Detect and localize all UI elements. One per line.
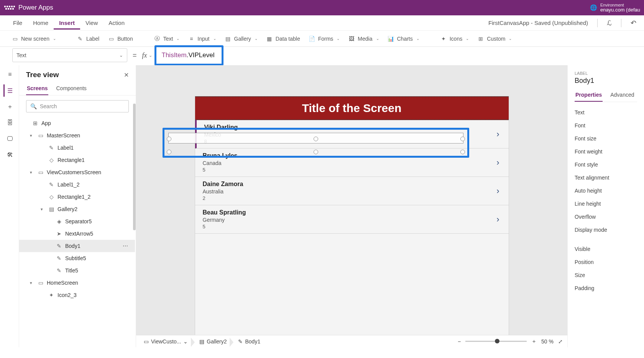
tree-tab-components[interactable]: Components (55, 82, 87, 95)
scroll-thumb[interactable] (133, 104, 136, 230)
props-type: LABEL (575, 71, 588, 76)
ribbon-icons[interactable]: ✦Icons⌄ (438, 34, 471, 43)
crumb-viewcusto[interactable]: ▭ViewCusto... ⌄ (141, 337, 191, 346)
label-icon: ✎ (48, 181, 55, 188)
screen-title[interactable]: Title of the Screen (195, 96, 509, 120)
menu-insert[interactable]: Insert (54, 16, 80, 30)
prop-display-mode[interactable]: Display mode (575, 223, 637, 236)
crumb-body1[interactable]: ✎Body1 (235, 337, 263, 346)
rail-hamburger-icon[interactable]: ≡ (3, 68, 16, 81)
prop-size[interactable]: Size (575, 269, 637, 282)
props-tab-properties[interactable]: Properties (575, 89, 603, 102)
app-icon: ⊞ (32, 120, 39, 126)
tree-node-subtitle5[interactable]: ✎Subtitle5 (19, 252, 135, 264)
prop-position[interactable]: Position (575, 256, 637, 269)
ribbon-custom[interactable]: ⊞Custom⌄ (475, 34, 514, 43)
next-arrow-icon[interactable]: › (496, 214, 499, 224)
selection-highlight (163, 128, 469, 158)
ribbon-gallery[interactable]: ▤Gallery⌄ (222, 34, 260, 43)
more-icon[interactable]: ⋯ (123, 243, 128, 249)
prop-visible[interactable]: Visible (575, 243, 637, 256)
expand-icon[interactable]: ⤢ (558, 338, 563, 345)
equals-sign: = (133, 51, 137, 59)
app-checker-icon[interactable]: ℒ (607, 19, 612, 27)
rail-media-icon[interactable]: 🖵 (3, 133, 16, 145)
prop-auto-height[interactable]: Auto height (575, 184, 637, 197)
tree-node-gallery2[interactable]: ▾▤Gallery2 (19, 203, 135, 215)
formula-input[interactable]: ThisItem.VIPLevel (156, 47, 222, 64)
chevron-down-icon[interactable]: ⌄ (149, 53, 152, 58)
ribbon-input[interactable]: ≡Input⌄ (186, 34, 218, 43)
prop-text-alignment[interactable]: Text alignment (575, 171, 637, 184)
tree-node-rectangle1[interactable]: ◇Rectangle1 (19, 154, 135, 166)
zoom-out-button[interactable]: − (458, 338, 461, 345)
zoom-slider[interactable] (465, 341, 527, 342)
ribbon-button[interactable]: ▭Button (105, 34, 135, 43)
gallery-row[interactable]: Beau SpratlingGermany5› (195, 205, 509, 234)
menu-view[interactable]: View (80, 16, 103, 30)
tree-node-separator5[interactable]: ◈Separator5 (19, 215, 135, 228)
prop-text[interactable]: Text (575, 106, 637, 119)
rail-tools-icon[interactable]: 🛠 (3, 149, 16, 161)
environment-icon[interactable]: 🌐 (590, 4, 597, 11)
tree-node-nextarrow5[interactable]: ➤NextArrow5 (19, 228, 135, 240)
chevron-down-icon: ⌄ (183, 338, 188, 345)
ribbon-forms[interactable]: 📄Forms⌄ (306, 34, 342, 43)
ribbon-charts[interactable]: 📊Charts⌄ (385, 34, 422, 43)
tree-node-body1[interactable]: ✎Body1⋯ (19, 240, 135, 252)
gallery-row[interactable]: Daine ZamoraAustralia2› (195, 177, 509, 205)
rail-add-icon[interactable]: ＋ (3, 101, 16, 113)
prop-font-size[interactable]: Font size (575, 132, 637, 145)
prop-font-weight[interactable]: Font weight (575, 145, 637, 158)
undo-icon[interactable]: ↶ (631, 19, 636, 27)
ribbon-data-table[interactable]: ▦Data table (264, 34, 302, 43)
ribbon-media[interactable]: 🖼Media⌄ (346, 34, 381, 43)
menu-file[interactable]: File (8, 16, 28, 30)
menu-home[interactable]: Home (28, 16, 54, 30)
close-icon[interactable]: ✕ (124, 71, 129, 79)
prop-font[interactable]: Font (575, 119, 637, 132)
prop-padding[interactable]: Padding (575, 282, 637, 295)
chevron-down-icon: ⌄ (376, 36, 379, 41)
search-input[interactable]: 🔍 Search (26, 100, 129, 112)
zoom-in-button[interactable]: ＋ (531, 338, 537, 345)
tree-tab-screens[interactable]: Screens (26, 82, 48, 95)
next-arrow-icon[interactable]: › (496, 186, 499, 196)
next-arrow-icon[interactable]: › (496, 129, 499, 139)
tree-node-app[interactable]: ⊞App (19, 117, 135, 129)
button-icon: ▭ (108, 36, 115, 42)
app-launcher-icon[interactable] (4, 2, 15, 13)
gallery-icon: ▤ (48, 206, 55, 212)
tree-node-label1_2[interactable]: ✎Label1_2 (19, 178, 135, 191)
tree-node-rectangle1_2[interactable]: ◇Rectangle1_2 (19, 191, 135, 203)
ribbon-text[interactable]: ⒶText⌄ (151, 34, 182, 43)
ribbon-label[interactable]: ✎Label (74, 34, 102, 43)
tree-panel: Tree view ✕ ScreensComponents 🔍 Search ⊞… (19, 65, 136, 347)
prop-overflow[interactable]: Overflow (575, 210, 637, 223)
prop-line-height[interactable]: Line height (575, 197, 637, 210)
tree-node-homescreen[interactable]: ▾▭HomeScreen (19, 277, 135, 289)
rail-data-icon[interactable]: 🗄 (3, 117, 16, 129)
prop-font-style[interactable]: Font style (575, 158, 637, 171)
label-icon: ✎ (48, 145, 55, 151)
tree-node-viewcustomersscreen[interactable]: ▾▭ViewCustomersScreen (19, 166, 135, 178)
env-label: Environment (600, 3, 640, 7)
crumb-icon: ✎ (238, 338, 243, 345)
menu-action[interactable]: Action (103, 16, 130, 30)
property-selector[interactable]: Text ⌄ (12, 48, 127, 62)
tree-node-title5[interactable]: ✎Title5 (19, 264, 135, 277)
ribbon-new-screen[interactable]: ▭New screen⌄ (9, 34, 58, 43)
props-tab-advanced[interactable]: Advanced (610, 89, 635, 102)
canvas-area[interactable]: Title of the Screen Viki DarlingMexico8›… (136, 65, 567, 347)
tree-node-icon2_3[interactable]: ✦Icon2_3 (19, 289, 135, 301)
new-screen-icon: ▭ (12, 36, 18, 42)
rail-tree-icon[interactable]: ☰ (3, 84, 16, 97)
charts-icon: 📊 (388, 36, 394, 42)
tree-node-masterscreen[interactable]: ▾▭MasterScreen (19, 129, 135, 142)
crumb-gallery2[interactable]: ▤Gallery2 (196, 337, 230, 346)
rect-icon: ◇ (48, 194, 55, 200)
screen-icon: ▭ (37, 280, 44, 286)
tree-node-label1[interactable]: ✎Label1 (19, 142, 135, 154)
next-arrow-icon[interactable]: › (496, 158, 499, 168)
zoom-value: 50 % (541, 338, 554, 345)
